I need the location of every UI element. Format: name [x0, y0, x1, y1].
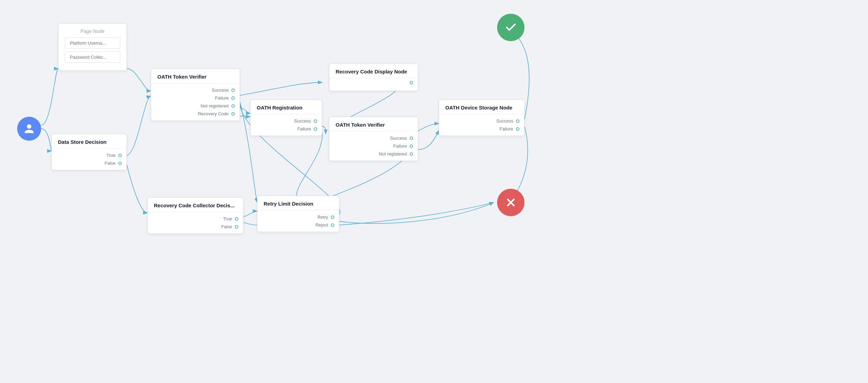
oath-tv2-success: Success: [329, 134, 418, 142]
recovery-collector-true: True: [148, 215, 243, 223]
oath-token-verifier-2-node[interactable]: OATH Token Verifier Success Failure Not …: [329, 117, 418, 161]
recovery-code-display-node[interactable]: Recovery Code Display Node: [329, 63, 418, 91]
flow-arrows: [0, 0, 868, 383]
user-icon: [24, 123, 35, 134]
oath-tv1-outputs: Success Failure Not registered Recovery …: [151, 83, 240, 120]
recovery-collector-title: Recovery Code Collector Decis...: [148, 198, 243, 212]
retry-limit-reject: Reject: [257, 221, 339, 229]
oath-ds-success: Success: [439, 117, 524, 125]
recovery-code-collector-node[interactable]: Recovery Code Collector Decis... True Fa…: [147, 197, 243, 234]
oath-tv1-notregistered-dot[interactable]: [231, 104, 235, 108]
oath-token-verifier-1-node[interactable]: OATH Token Verifier Success Failure Not …: [151, 69, 240, 121]
retry-limit-outputs: Retry Reject: [257, 210, 339, 232]
data-store-true-dot[interactable]: [118, 154, 122, 157]
oath-tv2-outputs: Success Failure Not registered: [329, 131, 418, 161]
oath-registration-node[interactable]: OATH Registration Success Failure: [250, 100, 322, 136]
page-node-title: Page Node: [65, 28, 120, 34]
retry-limit-retry: Retry: [257, 213, 339, 221]
data-store-title: Data Store Decision: [52, 134, 126, 149]
data-store-false: False: [52, 159, 126, 167]
data-store-decision-node[interactable]: Data Store Decision True False: [51, 134, 127, 170]
page-node-platform[interactable]: Platform Userna...: [65, 37, 120, 49]
oath-reg-outputs: Success Failure: [251, 114, 322, 136]
oath-ds-failure-dot[interactable]: [516, 127, 519, 131]
oath-token-verifier-1-title: OATH Token Verifier: [151, 69, 240, 83]
oath-tv1-recovery-code: Recovery Code: [151, 110, 240, 118]
oath-ds-outputs: Success Failure: [439, 114, 524, 136]
retry-limit-retry-dot[interactable]: [331, 216, 334, 219]
oath-ds-failure: Failure: [439, 125, 524, 133]
oath-reg-failure-dot[interactable]: [314, 127, 317, 131]
retry-limit-title: Retry Limit Decision: [257, 196, 339, 210]
oath-tv1-recoverycode-dot[interactable]: [231, 112, 235, 116]
recovery-collector-outputs: True False: [148, 212, 243, 233]
oath-reg-failure: Failure: [251, 125, 322, 133]
oath-tv1-failure-dot[interactable]: [231, 96, 235, 100]
oath-reg-success: Success: [251, 117, 322, 125]
data-store-false-dot[interactable]: [118, 162, 122, 165]
oath-tv2-success-dot[interactable]: [410, 137, 413, 140]
oath-tv1-success-dot[interactable]: [231, 89, 235, 92]
oath-tv1-not-registered: Not registered: [151, 102, 240, 110]
oath-tv2-not-registered: Not registered: [329, 150, 418, 158]
oath-reg-success-dot[interactable]: [314, 119, 317, 123]
oath-tv2-notregistered-dot[interactable]: [410, 152, 413, 156]
failure-end-node: [497, 189, 525, 216]
oath-tv2-failure: Failure: [329, 142, 418, 150]
oath-token-verifier-2-title: OATH Token Verifier: [329, 117, 418, 131]
oath-ds-success-dot[interactable]: [516, 119, 519, 123]
oath-device-storage-node[interactable]: OATH Device Storage Node Success Failure: [439, 100, 525, 136]
retry-limit-reject-dot[interactable]: [331, 223, 334, 227]
recovery-collector-false-dot[interactable]: [235, 225, 238, 229]
recovery-code-display-title: Recovery Code Display Node: [329, 64, 418, 78]
data-store-outputs: True False: [52, 149, 126, 170]
oath-device-storage-title: OATH Device Storage Node: [439, 100, 524, 114]
start-node[interactable]: [17, 117, 41, 141]
close-icon: [505, 196, 517, 209]
page-node[interactable]: Page Node Platform Userna... Password Co…: [58, 23, 127, 71]
oath-registration-title: OATH Registration: [251, 100, 322, 114]
oath-tv1-success: Success: [151, 86, 240, 94]
success-end-node: [497, 14, 525, 41]
check-icon: [505, 21, 517, 34]
retry-limit-node[interactable]: Retry Limit Decision Retry Reject: [257, 196, 339, 232]
recovery-display-output-dot[interactable]: [410, 81, 413, 84]
page-node-password[interactable]: Password Collec...: [65, 51, 120, 63]
recovery-collector-true-dot[interactable]: [235, 217, 238, 221]
data-store-true: True: [52, 151, 126, 159]
oath-tv2-failure-dot[interactable]: [410, 144, 413, 148]
oath-tv1-failure: Failure: [151, 94, 240, 102]
recovery-collector-false: False: [148, 223, 243, 231]
